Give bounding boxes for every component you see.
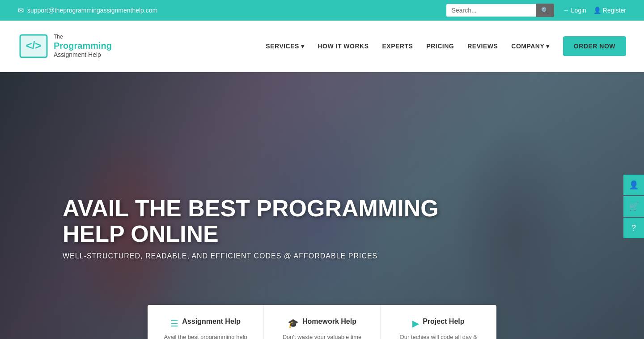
side-cart-button[interactable]: 🛒 [623, 196, 644, 217]
hero-title: AVAIL THE BEST PROGRAMMING HELP ONLINE [63, 196, 443, 247]
search-button[interactable]: 🔍 [536, 4, 554, 17]
nav-services-label: SERVICES [266, 43, 299, 50]
assignment-icon: ☰ [170, 318, 178, 329]
logo-text: The Programming Assignment Help [54, 34, 112, 58]
nav-services[interactable]: SERVICES ▾ [266, 43, 304, 50]
logo-icon: </> [18, 30, 49, 62]
company-dropdown-icon: ▾ [546, 43, 550, 50]
nav-company[interactable]: COMPANY ▾ [511, 43, 550, 50]
card-project-title: Project Help [423, 318, 464, 326]
email-info: ✉ support@theprogrammingassignmenthelp.c… [18, 6, 157, 15]
side-help-button[interactable]: ? [623, 218, 644, 238]
login-link[interactable]: → Login [563, 7, 586, 14]
help-icon: ? [631, 223, 636, 233]
card-assignment-icon-row: ☰ Assignment Help [158, 318, 253, 329]
register-label: Register [603, 7, 626, 14]
card-homework-icon-row: 🎓 Homework Help [275, 318, 369, 329]
card-assignment-title: Assignment Help [182, 318, 241, 326]
logo-the: The [54, 34, 112, 40]
nav-links: SERVICES ▾ HOW IT WORKS EXPERTS PRICING … [266, 36, 626, 56]
cards-container: ☰ Assignment Help Avail the best program… [148, 305, 496, 339]
auth-links: → Login 👤 Register [563, 7, 626, 14]
top-bar: ✉ support@theprogrammingassignmenthelp.c… [0, 0, 644, 21]
search-input[interactable] [446, 4, 536, 17]
search-wrapper: 🔍 [446, 4, 554, 17]
card-homework-title: Homework Help [302, 318, 356, 326]
card-assignment-help: ☰ Assignment Help Avail the best program… [148, 305, 264, 339]
cart-icon: 🛒 [629, 202, 639, 211]
homework-icon: 🎓 [288, 318, 299, 329]
login-icon: → [563, 7, 569, 14]
side-buttons: 👤 🛒 ? [623, 175, 644, 238]
login-label: Login [571, 7, 586, 14]
cards-section: ☰ Assignment Help Avail the best program… [0, 305, 644, 339]
hero-section: AVAIL THE BEST PROGRAMMING HELP ONLINE W… [0, 72, 644, 339]
nav-experts[interactable]: EXPERTS [382, 43, 413, 50]
card-project-icon-row: ▶ Project Help [391, 318, 486, 329]
side-user-button[interactable]: 👤 [623, 175, 644, 195]
hero-subtitle: WELL-STRUCTURED, READABLE, AND EFFICIENT… [63, 252, 443, 260]
email-address: support@theprogrammingassignmenthelp.com [27, 7, 157, 14]
nav-how-it-works-label: HOW IT WORKS [318, 43, 369, 50]
project-icon: ▶ [412, 318, 419, 329]
mail-icon: ✉ [18, 6, 24, 15]
card-project-text: Our techies will code all day & [391, 333, 486, 339]
order-now-label: ORDER NOW [574, 43, 615, 50]
nav-reviews-label: REVIEWS [467, 43, 498, 50]
card-assignment-text: Avail the best programming help [158, 333, 253, 339]
order-now-button[interactable]: ORDER NOW [563, 36, 626, 56]
logo[interactable]: </> The Programming Assignment Help [18, 30, 112, 62]
card-project-help: ▶ Project Help Our techies will code all… [381, 305, 496, 339]
card-homework-text: Don't waste your valuable time [275, 333, 369, 339]
nav-pricing-label: PRICING [426, 43, 454, 50]
card-homework-help: 🎓 Homework Help Don't waste your valuabl… [264, 305, 380, 339]
nav-experts-label: EXPERTS [382, 43, 413, 50]
svg-text:</>: </> [26, 39, 42, 51]
top-bar-right: 🔍 → Login 👤 Register [446, 4, 626, 17]
nav-how-it-works[interactable]: HOW IT WORKS [318, 43, 369, 50]
register-link[interactable]: 👤 Register [593, 7, 626, 14]
services-dropdown-icon: ▾ [301, 43, 305, 50]
nav-reviews[interactable]: REVIEWS [467, 43, 498, 50]
nav-company-label: COMPANY [511, 43, 544, 50]
user-icon: 👤 [629, 180, 639, 190]
hero-content: AVAIL THE BEST PROGRAMMING HELP ONLINE W… [63, 196, 443, 260]
nav-pricing[interactable]: PRICING [426, 43, 454, 50]
logo-programming: Programming [54, 40, 112, 51]
navbar: </> The Programming Assignment Help SERV… [0, 21, 644, 72]
register-icon: 👤 [593, 7, 601, 14]
logo-assignment-help: Assignment Help [54, 51, 112, 59]
